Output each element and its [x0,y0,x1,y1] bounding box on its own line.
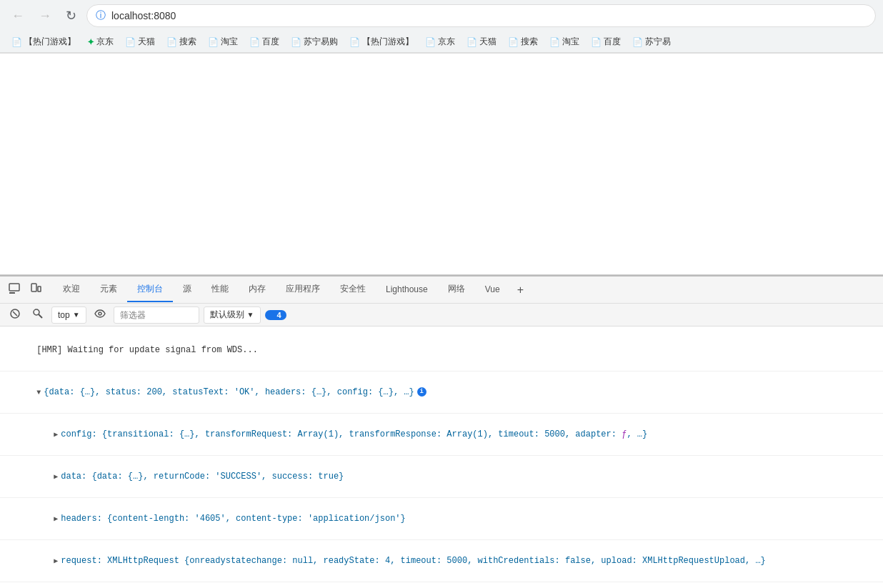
bookmark-label: 淘宝 [562,36,579,48]
bookmark-icon: 📄 [208,37,219,47]
jd-icon: ✦ [87,37,94,47]
svg-line-7 [39,314,42,318]
svg-point-8 [99,312,101,315]
bookmark-label: 京东 [438,36,455,48]
s1-headers: headers: {content-length: '4605', conten… [0,498,883,540]
badge-count: 4 [277,311,281,319]
context-dropdown[interactable]: top ▼ [51,307,86,324]
bookmark-label: 搜索 [521,36,538,48]
devtools-panel: 欢迎 元素 控制台 源 性能 内存 应用程序 安全性 Lighthouse 网络… [0,275,883,588]
tab-memory[interactable]: 内存 [239,277,276,302]
bookmark-icon: 📄 [11,37,22,47]
devtools-icon-group [6,280,44,300]
bookmark-label: 【热门游戏】 [362,36,414,48]
tab-security[interactable]: 安全性 [330,277,376,302]
bookmark-suning[interactable]: 📄 苏宁易购 [286,34,342,49]
console-output: [HMR] Waiting for update signal from WDS… [0,327,883,588]
tab-sources[interactable]: 源 [173,277,201,302]
bookmark-hotgames2[interactable]: 📄 【热门游戏】 [345,34,418,49]
svg-rect-0 [9,284,19,291]
bookmark-label: 苏宁易 [645,36,671,48]
device-toggle-button[interactable] [27,280,44,300]
bookmark-icon: 📄 [508,37,519,47]
filter-input[interactable] [114,307,199,324]
add-tab-button[interactable]: + [510,278,531,302]
tab-network[interactable]: 网络 [438,277,475,302]
message-count-badge: 4 [265,310,286,320]
bookmark-search2[interactable]: 📄 搜索 [504,34,542,49]
expand-arrow-s1-data[interactable] [54,472,58,482]
bookmark-label: 淘宝 [221,36,238,48]
filter-toggle-button[interactable] [29,306,47,324]
bookmark-label: 【热门游戏】 [24,36,76,48]
expand-arrow-s1-headers[interactable] [54,514,58,524]
bookmark-baidu2[interactable]: 📄 百度 [587,34,625,49]
bookmark-icon: 📄 [249,37,260,47]
bookmark-taobao2[interactable]: 📄 淘宝 [545,34,584,49]
devtools-toolbar: top ▼ 默认级别 ▼ 4 [0,304,883,327]
console-line-hmr: [HMR] Waiting for update signal from WDS… [0,329,883,372]
reload-button[interactable]: ↻ [61,5,81,26]
bookmark-label: 京东 [96,36,114,48]
tab-elements[interactable]: 元素 [90,277,127,302]
devtools-tabs: 欢迎 元素 控制台 源 性能 内存 应用程序 安全性 Lighthouse 网络… [0,276,883,304]
console-section-1-header[interactable]: {data: {…}, status: 200, statusText: 'OK… [0,372,883,414]
level-arrow-icon: ▼ [247,311,254,319]
eye-icon-button[interactable] [91,306,109,324]
top-label: top [58,310,70,320]
level-dropdown[interactable]: 默认级别 ▼ [204,307,261,324]
bookmark-icon: 📄 [591,37,602,47]
bookmark-taobao[interactable]: 📄 淘宝 [204,34,242,49]
bookmark-tmall[interactable]: 📄 天猫 [121,34,159,49]
expand-arrow-1[interactable] [36,387,41,398]
s1-request: request: XMLHttpRequest {onreadystatecha… [0,540,883,582]
svg-rect-3 [38,286,41,291]
back-button[interactable]: ← [7,6,29,26]
hmr-text: [HMR] Waiting for update signal from WDS… [36,345,258,355]
info-badge-1: i [417,387,426,397]
svg-rect-1 [9,292,15,294]
bookmarks-bar: 📄 【热门游戏】 ✦ 京东 📄 天猫 📄 搜索 📄 淘宝 📄 百度 📄 苏宁易购 [0,31,883,53]
address-bar[interactable]: ⓘ localhost:8080 [86,4,876,27]
bookmark-baidu[interactable]: 📄 百度 [245,34,284,49]
bookmark-label: 苏宁易购 [304,36,338,48]
s1-config: config: {transitional: {…}, transformReq… [0,414,883,456]
expand-arrow-s1-config[interactable] [54,429,58,440]
bookmark-label: 搜索 [179,36,196,48]
bookmark-icon: 📄 [166,37,177,47]
tab-vue[interactable]: Vue [475,279,510,302]
bookmark-icon: 📄 [549,37,560,47]
nav-bar: ← → ↻ ⓘ localhost:8080 [0,0,883,31]
s1-data: data: {data: {…}, returnCode: 'SUCCESS',… [0,456,883,498]
bookmark-search[interactable]: 📄 搜索 [162,34,201,49]
forward-button[interactable]: → [34,6,56,26]
tab-console[interactable]: 控制台 [127,277,173,302]
bookmark-icon: 📄 [291,37,301,47]
svg-rect-2 [31,284,36,291]
dropdown-arrow-icon: ▼ [73,311,80,319]
bookmark-label: 天猫 [479,36,497,48]
bookmark-jd[interactable]: ✦ 京东 [83,34,118,49]
svg-point-6 [34,309,39,315]
bookmark-tmall2[interactable]: 📄 天猫 [462,34,501,49]
bookmark-icon: 📄 [425,37,436,47]
level-label: 默认级别 [210,309,244,321]
tab-welcome[interactable]: 欢迎 [53,277,90,302]
tab-performance[interactable]: 性能 [201,277,239,302]
tab-application[interactable]: 应用程序 [276,277,330,302]
bookmark-label: 百度 [604,36,621,48]
tab-lighthouse[interactable]: Lighthouse [376,279,438,302]
bookmark-icon: 📄 [467,37,477,47]
expand-arrow-s1-request[interactable] [54,556,58,567]
bookmark-label: 天猫 [138,36,155,48]
url-text: localhost:8080 [111,10,176,21]
info-icon: ⓘ [96,9,106,22]
bookmark-icon: 📄 [632,37,643,47]
bookmark-suning2[interactable]: 📄 苏宁易 [628,34,675,49]
inspect-button[interactable] [6,280,23,300]
bookmark-hotgames[interactable]: 📄 【热门游戏】 [7,34,80,49]
clear-console-button[interactable] [6,306,24,324]
bookmark-icon: 📄 [349,37,360,47]
bookmark-jd2[interactable]: 📄 京东 [421,34,459,49]
page-content [0,54,883,275]
